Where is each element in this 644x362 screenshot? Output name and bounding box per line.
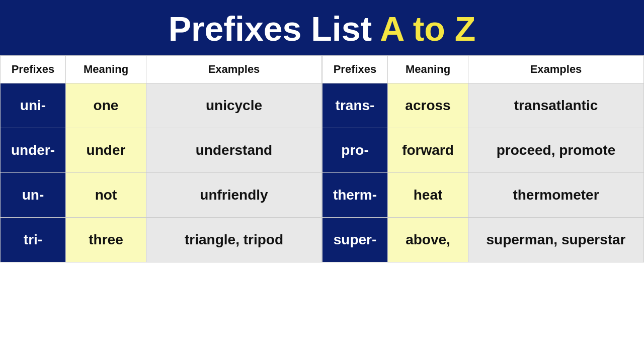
right-prefix-cell: pro-	[323, 128, 388, 173]
header-subtitle: A to Z	[380, 10, 475, 48]
left-col-header-meaning: Meaning	[66, 56, 146, 83]
right-header-row: Prefixes Meaning Examples	[323, 56, 644, 83]
right-examples-cell: transatlantic	[468, 83, 644, 128]
right-col-header-examples: Examples	[468, 56, 644, 83]
right-prefix-cell: super-	[323, 218, 388, 262]
right-col-header-meaning: Meaning	[388, 56, 468, 83]
right-table: Prefixes Meaning Examples trans- across …	[322, 55, 644, 262]
right-meaning-cell: above,	[388, 218, 468, 262]
right-meaning-cell: forward	[388, 128, 468, 173]
left-table-row: uni- one unicycle	[1, 83, 322, 128]
left-prefix-cell: under-	[1, 128, 66, 173]
right-meaning-cell: across	[388, 83, 468, 128]
left-col-header-prefix: Prefixes	[1, 56, 66, 83]
left-header-row: Prefixes Meaning Examples	[1, 56, 322, 83]
header-title: Prefixes List	[169, 10, 372, 48]
right-table-row: super- above, superman, superstar	[323, 218, 644, 262]
right-table-row: pro- forward proceed, promote	[323, 128, 644, 173]
page-header: Prefixes ListA to Z	[0, 0, 644, 55]
right-meaning-cell: heat	[388, 173, 468, 218]
tables-container: Prefixes Meaning Examples uni- one unicy…	[0, 55, 644, 262]
left-meaning-cell: under	[66, 128, 146, 173]
left-examples-cell: understand	[146, 128, 322, 173]
right-col-header-prefix: Prefixes	[323, 56, 388, 83]
left-table: Prefixes Meaning Examples uni- one unicy…	[0, 55, 322, 262]
left-table-row: under- under understand	[1, 128, 322, 173]
left-meaning-cell: one	[66, 83, 146, 128]
right-table-row: trans- across transatlantic	[323, 83, 644, 128]
left-prefix-cell: tri-	[1, 218, 66, 262]
left-col-header-examples: Examples	[146, 56, 322, 83]
left-prefix-cell: un-	[1, 173, 66, 218]
left-meaning-cell: three	[66, 218, 146, 262]
left-table-row: un- not unfriendly	[1, 173, 322, 218]
left-table-row: tri- three triangle, tripod	[1, 218, 322, 262]
right-prefix-cell: trans-	[323, 83, 388, 128]
left-examples-cell: unfriendly	[146, 173, 322, 218]
left-examples-cell: triangle, tripod	[146, 218, 322, 262]
left-examples-cell: unicycle	[146, 83, 322, 128]
right-examples-cell: proceed, promote	[468, 128, 644, 173]
right-examples-cell: superman, superstar	[468, 218, 644, 262]
left-meaning-cell: not	[66, 173, 146, 218]
left-prefix-cell: uni-	[1, 83, 66, 128]
right-examples-cell: thermometer	[468, 173, 644, 218]
right-table-row: therm- heat thermometer	[323, 173, 644, 218]
right-prefix-cell: therm-	[323, 173, 388, 218]
